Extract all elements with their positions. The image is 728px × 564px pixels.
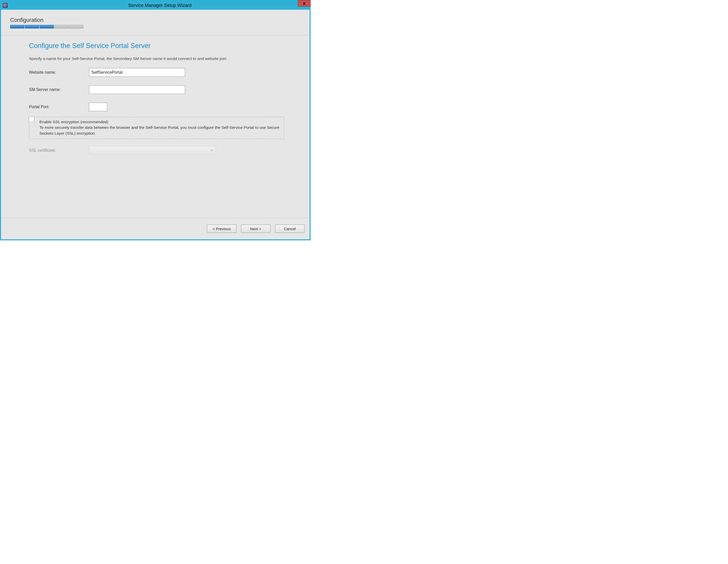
client-area: Configuration Configure the Self Service… (1, 10, 310, 239)
ssl-description: To more securely transfer data between t… (39, 125, 279, 135)
website-name-input[interactable] (89, 68, 185, 77)
row-sm-server: SM Server name: (29, 85, 284, 94)
portal-port-input[interactable] (89, 103, 107, 111)
ssl-checkbox[interactable] (29, 117, 34, 122)
website-name-label: Website name: (29, 70, 89, 75)
page-title: Configure the Self Service Portal Server (29, 42, 284, 50)
sm-server-label: SM Server name: (29, 87, 89, 92)
progress-segment (69, 25, 83, 28)
sm-server-input[interactable] (89, 85, 185, 94)
app-icon (3, 3, 8, 8)
progress-segment (10, 25, 24, 28)
close-button[interactable]: x (298, 0, 311, 7)
wizard-footer: < Previous Next > Cancel (1, 218, 310, 239)
progress-segment (40, 25, 54, 28)
cancel-button[interactable]: Cancel (275, 225, 305, 233)
section-title: Configuration (10, 17, 300, 23)
wizard-page: Configure the Self Service Portal Server… (1, 35, 310, 218)
progress-track (10, 25, 300, 28)
window-title: Service Manager Setup Wizard (10, 3, 310, 8)
next-button[interactable]: Next > (241, 225, 270, 233)
page-subtitle: Specify a name for your Self-Service Por… (29, 56, 284, 61)
svg-point-1 (5, 5, 6, 6)
titlebar: Service Manager Setup Wizard x (1, 1, 310, 10)
row-website-name: Website name: (29, 68, 284, 77)
close-icon: x (303, 1, 306, 6)
previous-button[interactable]: < Previous (207, 225, 236, 233)
wizard-window: Service Manager Setup Wizard x Configura… (0, 0, 311, 240)
ssl-title: Enable SSL encryption (recommended) (39, 120, 108, 124)
ssl-cert-label: SSL certificate: (29, 148, 89, 153)
progress-segment (25, 25, 39, 28)
ssl-cert-dropdown: ▼ (89, 146, 216, 155)
chevron-down-icon: ▼ (210, 149, 213, 152)
row-ssl-cert: SSL certificate: ▼ (29, 146, 284, 155)
ssl-text: Enable SSL encryption (recommended) To m… (39, 119, 281, 136)
row-portal-port: Portal Port: (29, 103, 284, 111)
portal-port-label: Portal Port: (29, 105, 89, 109)
ssl-group: Enable SSL encryption (recommended) To m… (29, 117, 284, 139)
progress-segment (54, 25, 69, 28)
wizard-header: Configuration (1, 10, 310, 32)
